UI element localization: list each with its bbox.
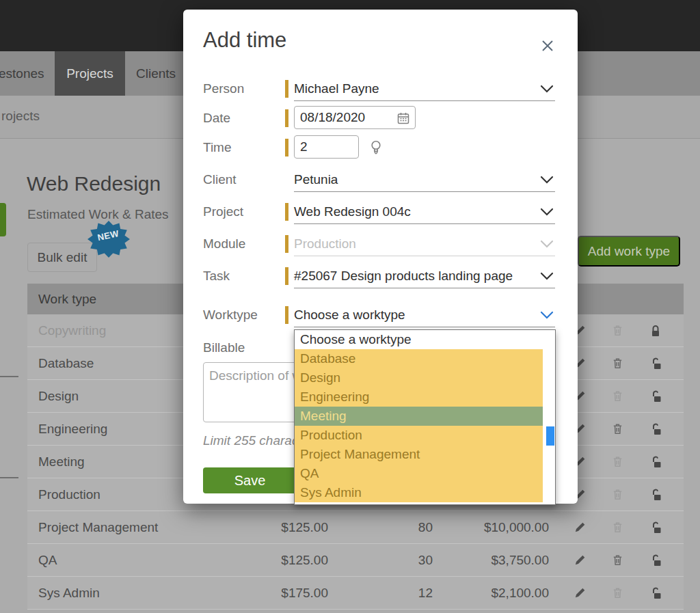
add-work-type-button[interactable]: Add work type: [578, 236, 680, 267]
table-row: Sys Admin $175.00 12 $2,100.00: [27, 577, 684, 610]
worktype-select[interactable]: Choose a worktype: [294, 303, 555, 327]
dropdown-scrollbar[interactable]: [546, 350, 554, 502]
hours-value: 12: [369, 577, 433, 609]
lock-icon[interactable]: [643, 380, 668, 412]
chevron-down-icon: [540, 85, 554, 93]
worktype-dropdown: Choose a worktypeDatabaseDesignEngineeri…: [294, 329, 556, 505]
dropdown-scrollbar-thumb[interactable]: [546, 426, 554, 446]
time-label: Time: [203, 135, 232, 160]
task-value: #25067 Design products landing page: [294, 269, 513, 284]
person-label: Person: [203, 77, 244, 101]
total-value: $2,100.00: [451, 577, 549, 609]
hours-value: 80: [369, 511, 433, 543]
required-indicator: [285, 306, 288, 324]
worktype-option-database[interactable]: Database: [295, 349, 543, 368]
worktype-option-project-management[interactable]: Project Management: [295, 445, 543, 464]
worktype-dropdown-options: Choose a worktypeDatabaseDesignEngineeri…: [295, 330, 555, 502]
lock-icon[interactable]: [643, 577, 668, 609]
chevron-down-icon: [540, 311, 554, 319]
delete-trash-icon[interactable]: [605, 446, 630, 478]
work-type-name: Production: [38, 478, 100, 510]
delete-trash-icon[interactable]: [605, 511, 630, 543]
hours-value: 30: [369, 544, 433, 576]
delete-trash-icon[interactable]: [605, 478, 630, 510]
worktype-option-meeting[interactable]: Meeting: [295, 407, 543, 426]
worktype-label: Worktype: [203, 303, 258, 327]
table-row: Project Management $125.00 80 $10,000.00: [27, 511, 684, 544]
lock-icon[interactable]: [643, 314, 668, 346]
delete-trash-icon[interactable]: [605, 413, 630, 445]
work-type-name: Copywriting: [38, 314, 106, 346]
worktype-option-sys-admin[interactable]: Sys Admin: [295, 483, 543, 502]
delete-trash-icon[interactable]: [605, 314, 630, 346]
lock-icon[interactable]: [643, 446, 668, 478]
breadcrumb[interactable]: rojects: [1, 109, 40, 124]
work-type-name: Meeting: [38, 446, 85, 478]
left-tick-line: [0, 477, 18, 478]
billable-label: Billable: [203, 336, 245, 360]
worktype-option-production[interactable]: Production: [295, 426, 543, 445]
lightbulb-icon[interactable]: [369, 139, 383, 156]
edit-pencil-icon[interactable]: [567, 511, 592, 543]
required-indicator: [285, 139, 288, 156]
person-select[interactable]: Michael Payne: [294, 77, 555, 101]
delete-trash-icon[interactable]: [605, 544, 630, 576]
nav-tab-clients[interactable]: Clients: [125, 51, 187, 96]
modal-title: Add time: [203, 28, 286, 53]
nav-tab-milestones[interactable]: estones: [0, 51, 62, 96]
lock-icon[interactable]: [643, 478, 668, 510]
work-type-name: Engineering: [38, 413, 107, 445]
module-select-disabled: Production: [294, 232, 555, 256]
column-header-work-type: Work type: [27, 292, 96, 307]
lock-icon[interactable]: [643, 413, 668, 445]
new-badge: NEW: [87, 220, 131, 260]
required-indicator: [285, 80, 288, 98]
required-indicator: [285, 203, 288, 221]
project-label: Project: [203, 200, 243, 224]
work-type-name: Project Management: [38, 511, 158, 543]
rate-value: $125.00: [232, 511, 328, 543]
total-value: $3,750.00: [451, 544, 549, 576]
required-indicator: [285, 235, 288, 253]
module-label: Module: [203, 232, 245, 256]
delete-trash-icon[interactable]: [605, 347, 630, 379]
task-label: Task: [203, 264, 230, 288]
delete-trash-icon[interactable]: [605, 380, 630, 412]
save-button[interactable]: Save: [203, 467, 297, 493]
date-label: Date: [203, 106, 230, 131]
client-value: Petunia: [294, 172, 338, 187]
chevron-down-icon: [540, 272, 554, 280]
work-type-name: Design: [38, 380, 79, 412]
left-tick-line: [0, 376, 18, 377]
lock-icon[interactable]: [643, 511, 668, 543]
left-edge-green-button[interactable]: [0, 203, 6, 236]
worktype-option-engineering[interactable]: Engineering: [295, 387, 543, 407]
work-type-name: Sys Admin: [38, 577, 100, 609]
nav-tab-projects[interactable]: Projects: [55, 51, 125, 96]
worktype-option-qa[interactable]: QA: [295, 464, 543, 483]
total-value: $10,000.00: [451, 511, 549, 543]
delete-trash-icon[interactable]: [605, 577, 630, 609]
work-type-name: QA: [38, 544, 57, 576]
calendar-icon[interactable]: [396, 111, 410, 125]
task-select[interactable]: #25067 Design products landing page: [294, 264, 555, 288]
page-title: Web Redesign: [27, 172, 161, 195]
lock-icon[interactable]: [643, 347, 668, 379]
project-value: Web Redesign 004c: [294, 204, 411, 219]
edit-pencil-icon[interactable]: [567, 577, 592, 609]
module-placeholder: Production: [294, 236, 356, 251]
rate-value: $125.00: [232, 544, 328, 576]
chevron-down-icon: [540, 240, 554, 248]
required-indicator: [285, 267, 288, 285]
worktype-option-design[interactable]: Design: [295, 368, 543, 387]
close-icon[interactable]: [540, 38, 556, 55]
chevron-down-icon: [540, 176, 554, 184]
worktype-value: Choose a worktype: [294, 308, 405, 323]
client-select[interactable]: Petunia: [294, 167, 555, 192]
edit-pencil-icon[interactable]: [567, 544, 592, 576]
worktype-option-choose-a-worktype[interactable]: Choose a worktype: [295, 330, 555, 349]
time-input[interactable]: [294, 135, 359, 159]
work-type-name: Database: [38, 347, 94, 379]
project-select[interactable]: Web Redesign 004c: [294, 200, 555, 224]
lock-icon[interactable]: [643, 544, 668, 576]
